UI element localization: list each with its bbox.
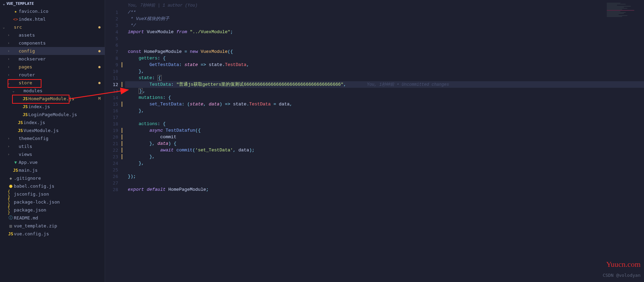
tree-item-loginpagemodule-js[interactable]: JSLoginPageModule.js	[0, 111, 105, 119]
code-area[interactable]: You, 7秒钟前 | 1 author (You) /** * VueX模块的…	[125, 0, 644, 282]
comment: * VueX模块的例子	[128, 16, 169, 21]
modified-dot: ●	[98, 81, 101, 85]
modified-dot: ●	[98, 49, 101, 53]
tree-item-jsconfig-json[interactable]: { }jsconfig.json	[0, 190, 105, 198]
line-number: 4	[105, 29, 118, 35]
tree-item-label: README.md	[14, 215, 102, 220]
line-number: 6	[105, 42, 118, 48]
tree-item-views[interactable]: ›views	[0, 150, 105, 158]
line-number: 12	[105, 81, 118, 88]
code-line: GetTestData: state => state.TestData,	[125, 62, 644, 68]
line-number: 11	[105, 75, 118, 81]
file-explorer[interactable]: ⌄ VUE_TEMPLATE ★favicon.ico<>index.html⌄…	[0, 0, 105, 282]
chevron-right-icon: ›	[8, 49, 12, 53]
tree-item-label: jsconfig.json	[14, 191, 102, 197]
tree-item-homepagemodule-js[interactable]: JSHomePageModule.jsM	[0, 95, 105, 103]
comment: */	[128, 23, 136, 28]
tree-item-label: themeConfig	[19, 136, 102, 141]
tree-item-label: favicon.ico	[19, 9, 102, 14]
tree-item-modules[interactable]: ⌄modules	[0, 87, 105, 95]
tree-item-readme-md[interactable]: ⓘREADME.md	[0, 214, 105, 222]
git-blame-header: You, 7秒钟前 | 1 author (You)	[125, 2, 644, 9]
chevron-right-icon: ›	[8, 73, 12, 77]
code-line-active: TestData: "普通js获取getters里的值测试66666666666…	[125, 81, 644, 88]
explorer-header[interactable]: ⌄ VUE_TEMPLATE	[0, 0, 105, 7]
tree-item-mockserver[interactable]: ›mockserver	[0, 55, 105, 63]
chevron-right-icon: ›	[8, 41, 12, 45]
line-number: 8	[105, 55, 118, 62]
tree-item-assets[interactable]: ›assets	[0, 31, 105, 39]
tree-item-label: index.html	[19, 17, 102, 22]
chevron-right-icon: ›	[8, 152, 12, 156]
tree-item-label: HomePageModule.js	[28, 96, 102, 101]
chevron-down-icon: ⌄	[12, 89, 17, 93]
tree-item-package-lock-json[interactable]: { }package-lock.json	[0, 198, 105, 206]
code-line: const HomePageModule = new VuexModule({	[125, 48, 644, 55]
chevron-right-icon: ›	[8, 33, 12, 37]
line-number: 21	[105, 140, 118, 147]
tree-item-label: assets	[19, 32, 102, 38]
tree-item-label: index.js	[23, 120, 102, 125]
code-line: actions: {	[125, 121, 644, 127]
modified-dot: ●	[98, 65, 101, 69]
tree-item-index-html[interactable]: <>index.html	[0, 15, 105, 23]
line-number: 14	[105, 94, 118, 101]
line-number: 15	[105, 101, 118, 107]
code-line: getters: {	[125, 55, 644, 62]
tree-item-router[interactable]: ›router	[0, 71, 105, 79]
tree-item-components[interactable]: ›components	[0, 39, 105, 47]
tree-item-vuexmodule-js[interactable]: JSVuexModule.js	[0, 126, 105, 134]
inline-git-blame: You, 1秒钟前 • Uncommitted changes	[367, 82, 449, 87]
line-number: 3	[105, 22, 118, 29]
tree-item-label: babel.config.js	[14, 184, 102, 189]
tree-item-src[interactable]: ⌄src●	[0, 23, 105, 31]
tree-item-label: LoginPageModule.js	[28, 112, 102, 117]
chevron-down-icon: ⌄	[3, 25, 8, 29]
modified-badge: M	[98, 96, 101, 101]
tree-item-package-json[interactable]: { }package.json	[0, 206, 105, 214]
tree-item-label: .gitignore	[14, 176, 102, 181]
tree-item-app-vue[interactable]: ▼App.vue	[0, 158, 105, 166]
tree-item-label: store	[19, 80, 102, 85]
tree-item-label: config	[19, 48, 102, 54]
tree-item-utils[interactable]: ›utils	[0, 142, 105, 150]
tree-item-label: mockserver	[19, 56, 102, 62]
tree-item-main-js[interactable]: JSmain.js	[0, 166, 105, 174]
code-line: commit	[125, 134, 644, 140]
tree-item-store[interactable]: ⌄store●	[0, 79, 105, 87]
line-number: 25	[105, 167, 118, 173]
code-line: export default HomePageModule;	[125, 186, 644, 193]
line-number: 28	[105, 186, 118, 193]
watermark-yuucn: Yuucn.com	[606, 260, 641, 269]
tree-item-vue-config-js[interactable]: JSvue.config.js	[0, 230, 105, 238]
code-editor[interactable]: 1234567891011121314151617181920212223242…	[105, 0, 644, 282]
tree-item-index-js[interactable]: JSindex.js	[0, 103, 105, 111]
tree-item--gitignore[interactable]: ◆.gitignore	[0, 174, 105, 182]
code-line: async TestDatafun({	[125, 127, 644, 134]
line-number: 7	[105, 48, 118, 55]
tree-item-index-js[interactable]: JSindex.js	[0, 119, 105, 126]
line-number: 2	[105, 16, 118, 22]
code-line: await commit('set_TestData', data);	[125, 147, 644, 153]
tree-item-babel-config-js[interactable]: ⬣babel.config.js	[0, 182, 105, 190]
line-number: 24	[105, 160, 118, 167]
tree-item-config[interactable]: ›config●	[0, 47, 105, 55]
tree-item-label: App.vue	[19, 160, 102, 165]
line-number: 27	[105, 180, 118, 186]
line-number: 20	[105, 134, 118, 140]
comment: /**	[128, 10, 136, 15]
tree-item-favicon-ico[interactable]: ★favicon.ico	[0, 7, 105, 15]
tree-item-vue-template-zip[interactable]: ▤vue_template.zip	[0, 222, 105, 230]
chevron-right-icon: ›	[8, 137, 12, 140]
tree-item-themeconfig[interactable]: ›themeConfig	[0, 134, 105, 142]
chevron-right-icon: ›	[8, 57, 12, 61]
tree-item-label: utils	[19, 144, 102, 149]
chevron-down-icon: ⌄	[8, 81, 12, 85]
code-line: state: {	[125, 75, 644, 81]
minimap[interactable]	[607, 3, 641, 24]
tree-item-pages[interactable]: ›pages●	[0, 63, 105, 71]
tree-item-label: src	[14, 25, 102, 30]
chevron-right-icon: ›	[8, 65, 12, 69]
project-name: VUE_TEMPLATE	[7, 1, 34, 6]
tree-item-label: package.json	[14, 207, 102, 213]
